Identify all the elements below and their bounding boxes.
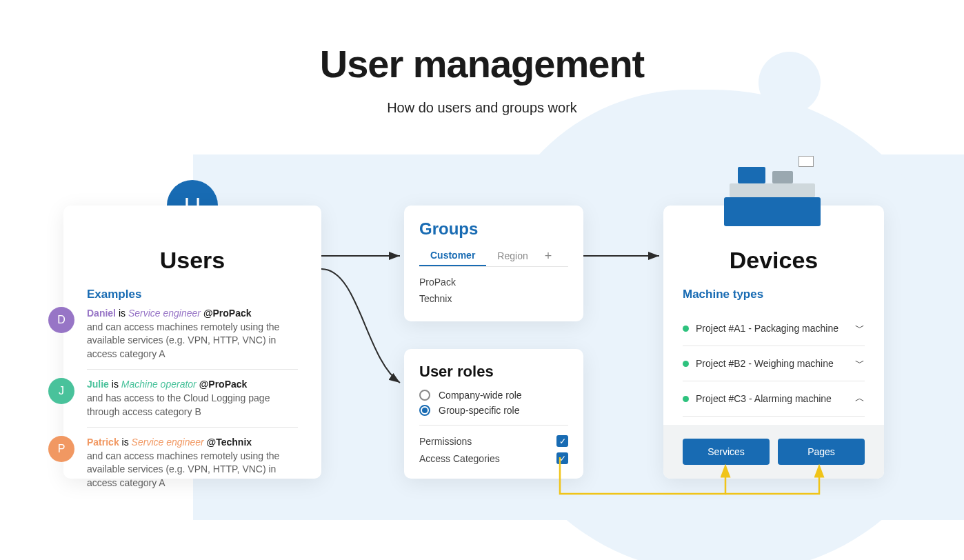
- device-row-a1[interactable]: Project #A1 - Packaging machine ﹀: [683, 311, 865, 346]
- checkbox-checked-icon: ✓: [556, 452, 568, 464]
- user-desc: and has access to the Cloud Logging page…: [87, 392, 298, 419]
- devices-card: Devices Machine types Project #A1 - Pack…: [663, 206, 884, 479]
- user-org: @ProPack: [203, 308, 252, 319]
- status-dot-icon: [683, 396, 689, 402]
- user-example-daniel: D Daniel is Service engineer @ProPack an…: [87, 307, 298, 370]
- chevron-down-icon: ﹀: [855, 357, 865, 370]
- is-word: is: [119, 308, 128, 319]
- user-org: @Technix: [207, 437, 252, 448]
- users-title: Users: [87, 247, 298, 274]
- is-word: is: [122, 437, 132, 448]
- radio-label: Company-wide role: [439, 390, 522, 401]
- permissions-row[interactable]: Permissions ✓: [419, 432, 568, 450]
- radio-icon: [419, 390, 430, 401]
- checkbox-checked-icon: ✓: [556, 435, 568, 447]
- is-word-text: is: [122, 437, 129, 448]
- page-title: User management: [0, 41, 964, 86]
- devices-footer: Services Pages: [663, 425, 884, 479]
- users-card: Users Examples D Daniel is Service engin…: [63, 206, 321, 479]
- access-categories-row[interactable]: Access Categories ✓: [419, 450, 568, 467]
- status-dot-icon: [683, 326, 689, 332]
- chevron-down-icon: ﹀: [855, 322, 865, 334]
- radio-label: Group-specific role: [439, 405, 520, 416]
- group-item-propack[interactable]: ProPack: [419, 274, 568, 290]
- examples-label: Examples: [87, 288, 298, 301]
- group-item-technix[interactable]: Technix: [419, 290, 568, 307]
- groups-tabs: Customer Region +: [419, 246, 568, 267]
- user-example-patrick: P Patrick is Service engineer @Technix a…: [87, 436, 298, 498]
- access-categories-label: Access Categories: [419, 453, 500, 464]
- user-desc: and can access machines remotely using t…: [87, 321, 298, 361]
- avatar-patrick: P: [48, 436, 74, 462]
- page-subtitle: How do users and groups work: [0, 100, 964, 116]
- is-word: is: [112, 379, 121, 390]
- machine-types-label: Machine types: [683, 288, 865, 301]
- is-word-text: is: [112, 379, 119, 390]
- pages-button[interactable]: Pages: [778, 439, 865, 465]
- avatar-daniel: D: [48, 307, 74, 333]
- user-name: Daniel: [87, 308, 116, 319]
- permissions-label: Permissions: [419, 436, 472, 447]
- device-label: Project #C3 - Alarming machine: [696, 393, 832, 404]
- user-name: Patrick: [87, 437, 119, 448]
- user-org: @ProPack: [199, 379, 248, 390]
- status-dot-icon: [683, 361, 689, 367]
- groups-title: Groups: [419, 219, 568, 239]
- roles-card: User roles Company-wide role Group-speci…: [404, 349, 583, 479]
- user-example-julie: J Julie is Machine operator @ProPack and…: [87, 378, 298, 428]
- radio-icon: [419, 405, 430, 416]
- device-row-b2[interactable]: Project #B2 - Weighing machine ﹀: [683, 346, 865, 381]
- avatar-initial: P: [58, 441, 66, 457]
- roles-title: User roles: [419, 363, 568, 381]
- device-label: Project #B2 - Weighing machine: [696, 358, 834, 369]
- tab-customer[interactable]: Customer: [419, 246, 486, 266]
- radio-company-wide[interactable]: Company-wide role: [419, 388, 568, 403]
- user-name: Julie: [87, 379, 109, 390]
- devices-title: Devices: [683, 247, 865, 274]
- tab-add[interactable]: +: [539, 248, 558, 265]
- device-row-c3[interactable]: Project #C3 - Alarming machine ︿: [683, 381, 865, 417]
- user-role: Service engineer: [132, 437, 204, 448]
- chevron-up-icon: ︿: [855, 392, 865, 405]
- is-word-text: is: [119, 308, 125, 319]
- avatar-julie: J: [48, 378, 74, 404]
- user-role: Machine operator: [121, 379, 197, 390]
- groups-card: Groups Customer Region + ProPack Technix: [404, 206, 583, 321]
- device-label: Project #A1 - Packaging machine: [696, 323, 839, 334]
- avatar-initial: D: [57, 312, 66, 328]
- user-desc: and can access machines remotely using t…: [87, 450, 298, 490]
- tab-region[interactable]: Region: [486, 246, 539, 266]
- user-role: Service engineer: [128, 308, 201, 319]
- machine-illustration: [717, 150, 827, 226]
- avatar-initial: J: [59, 383, 64, 399]
- services-button[interactable]: Services: [683, 439, 770, 465]
- divider: [419, 425, 568, 426]
- radio-group-specific[interactable]: Group-specific role: [419, 403, 568, 418]
